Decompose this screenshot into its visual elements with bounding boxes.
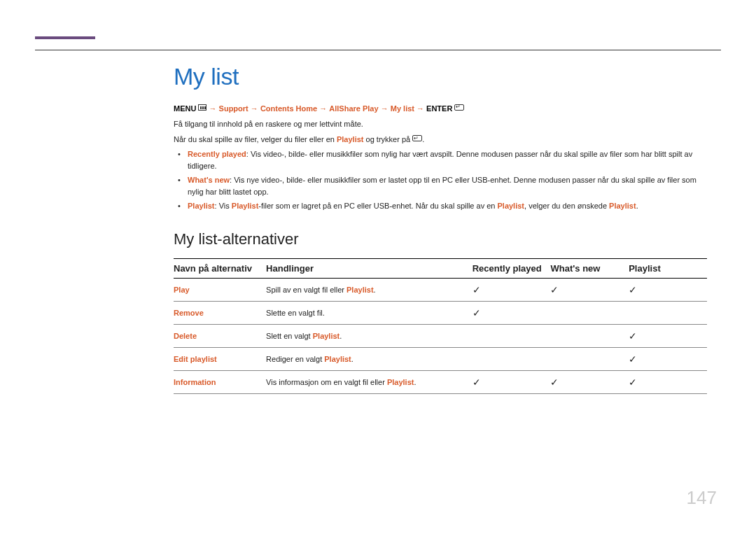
menu-icon [198,104,206,111]
table-row: InformationVis informasjon om en valgt f… [174,370,707,393]
page: My list MENU → Support → Contents Home →… [0,0,756,534]
content-area: My list MENU → Support → Contents Home →… [174,63,707,394]
intro-l2c: og trykker på [363,135,412,143]
check-cell: ✓ [629,278,707,301]
check-cell: ✓ [550,370,629,393]
bullet-title: Playlist [188,202,215,210]
bullet-title: What's new [188,176,230,184]
bullet-playlist: Playlist: Vis Playlist-filer som er lagr… [188,200,707,212]
th-name: Navn på alternativ [174,258,266,278]
row-action: Slett en valgt Playlist. [266,324,472,347]
check-cell: ✓ [550,278,629,301]
intro-line2: Når du skal spille av filer, velger du f… [174,134,707,146]
bc-support: Support [219,104,248,113]
bc-arrow: → [319,104,327,113]
bullet-rest: : Vis nye video-, bilde- eller musikkfil… [188,176,696,196]
page-title: My list [174,63,707,90]
bullet-list: Recently played: Vis video-, bilde- elle… [174,148,707,212]
intro-line1: Få tilgang til innhold på en raskere og … [174,118,707,131]
b3d: . [636,202,638,210]
subheading: My list-alternativer [174,230,707,248]
bc-arrow: → [381,104,388,113]
b3k2: Playlist [497,202,524,210]
bullet-recently-played: Recently played: Vis video-, bilde- elle… [188,148,707,171]
intro-l2-playlist: Playlist [337,135,364,143]
row-action: Slette en valgt fil. [266,301,472,324]
header-rule [35,50,721,50]
table-row: RemoveSlette en valgt fil.✓ [174,301,707,324]
bc-arrow: → [416,104,424,113]
row-action: Rediger en valgt Playlist. [266,347,472,370]
table-row: DeleteSlett en valgt Playlist.✓ [174,324,707,347]
bc-contents-home: Contents Home [260,104,317,113]
b3k3: Playlist [609,202,636,210]
b3a: : Vis [215,202,232,210]
check-cell [550,347,629,370]
table-header-row: Navn på alternativ Handlinger Recently p… [174,258,707,278]
row-action: Vis informasjon om en valgt fil eller Pl… [266,370,472,393]
row-name: Remove [174,301,266,324]
bullet-rest: : Vis video-, bilde- eller musikkfiler s… [188,150,692,170]
bc-allshare: AllShare Play [329,104,378,113]
table-row: Edit playlistRediger en valgt Playlist.✓ [174,347,707,370]
check-cell: ✓ [629,324,707,347]
b3k1: Playlist [232,202,259,210]
row-name: Delete [174,324,266,347]
bc-menu: MENU [174,104,196,113]
check-cell [472,324,551,347]
page-number: 147 [687,487,717,509]
check-cell [472,347,551,370]
breadcrumb: MENU → Support → Contents Home → AllShar… [174,104,707,113]
enter-icon [454,104,464,111]
row-action: Spill av en valgt fil eller Playlist. [266,278,472,301]
row-name: Play [174,278,266,301]
bc-arrow: → [251,104,258,113]
check-cell: ✓ [472,370,551,393]
th-actions: Handlinger [266,258,472,278]
check-cell: ✓ [629,347,707,370]
table-row: PlaySpill av en valgt fil eller Playlist… [174,278,707,301]
header-accent-bar [35,36,95,39]
intro-dot: . [422,135,424,143]
check-cell: ✓ [472,301,551,324]
th-playlist: Playlist [629,258,707,278]
check-cell [550,301,629,324]
row-name: Information [174,370,266,393]
row-name: Edit playlist [174,347,266,370]
b3c: , velger du den ønskede [524,202,609,210]
bc-enter: ENTER [426,104,452,113]
bc-mylist: My list [391,104,414,113]
b3b: -filer som er lagret på en PC eller USB-… [258,202,497,210]
enter-icon [412,135,422,141]
intro-l2a: Når du skal spille av filer, velger du f… [174,135,337,143]
th-recently: Recently played [472,258,551,278]
check-cell [629,301,707,324]
th-whatsnew: What's new [550,258,629,278]
table-body: PlaySpill av en valgt fil eller Playlist… [174,278,707,393]
bc-arrow: → [209,104,217,113]
options-table: Navn på alternativ Handlinger Recently p… [174,258,707,394]
check-cell [550,324,629,347]
check-cell: ✓ [472,278,551,301]
bullet-whats-new: What's new: Vis nye video-, bilde- eller… [188,174,707,197]
check-cell: ✓ [629,370,707,393]
bullet-title: Recently played [188,150,246,158]
